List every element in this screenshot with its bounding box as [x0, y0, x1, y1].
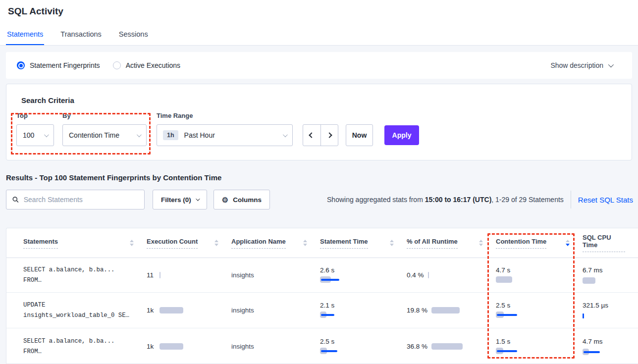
tab-transactions[interactable]: Transactions	[59, 30, 102, 45]
contention-time-bar	[496, 348, 517, 354]
statement-cell[interactable]: SELECT a.balance, b.ba... FROM…	[6, 265, 147, 286]
reset-sql-stats-link[interactable]: Reset SQL Stats	[578, 196, 633, 204]
column-header-runtime-pct[interactable]: % of All Runtime	[407, 228, 496, 258]
contention-time-cell: 1.5 s	[496, 338, 583, 356]
sort-icon-active-desc[interactable]	[566, 240, 570, 246]
apply-button[interactable]: Apply	[384, 125, 419, 145]
statement-cell[interactable]: SELECT a.balance, b.ba... FROM…	[6, 336, 147, 357]
table-row[interactable]: SELECT a.balance, b.ba... FROM… 1k insig…	[6, 328, 638, 364]
gear-icon: ⚙	[222, 196, 228, 204]
filters-button[interactable]: Filters (0)	[153, 190, 207, 209]
runtime-pct-cell: 36.8 %	[407, 342, 496, 351]
time-range-select[interactable]: 1h Past Hour	[157, 124, 293, 146]
radio-unselected-icon[interactable]	[113, 61, 121, 69]
application-name-cell: insights	[231, 343, 320, 350]
previous-time-range-button[interactable]	[303, 125, 320, 146]
statement-line1: SELECT a.balance, b.ba...	[23, 336, 147, 347]
chevron-down-icon	[283, 132, 288, 137]
now-button[interactable]: Now	[346, 124, 373, 146]
by-select[interactable]: Contention Time	[62, 124, 147, 146]
top-select-value: 100	[23, 131, 34, 139]
table-row[interactable]: SELECT a.balance, b.ba... FROM… 11 insig…	[6, 258, 638, 293]
sql-cpu-time-bar	[583, 312, 585, 319]
results-toolbar: Filters (0) ⚙ Columns Showing aggregated…	[6, 190, 633, 209]
column-header-statement-time[interactable]: Statement Time	[320, 228, 407, 258]
radio-statement-fingerprints-label: Statement Fingerprints	[30, 61, 100, 69]
statement-time-value: 2.5 s	[320, 338, 407, 345]
sort-icon[interactable]	[214, 240, 218, 246]
view-toggle-bar: Statement Fingerprints Active Executions…	[6, 52, 632, 79]
statement-time-cell: 2.6 s	[320, 266, 407, 284]
tab-statements[interactable]: Statements	[6, 30, 44, 45]
execution-count-bar	[160, 272, 160, 278]
statement-time-value: 2.1 s	[320, 302, 407, 309]
chevron-down-icon	[44, 132, 49, 137]
sql-cpu-time-value: 6.7 ms	[583, 265, 611, 275]
search-statements-input[interactable]	[24, 196, 138, 204]
column-header-label: Statement Time	[320, 238, 368, 249]
filters-button-label: Filters (0)	[161, 196, 191, 204]
time-range-label: Time Range	[157, 112, 193, 119]
stats-summary-prefix: Showing aggregated stats from	[327, 196, 425, 204]
execution-count-value: 1k	[147, 307, 154, 314]
by-select-value: Contention Time	[69, 131, 119, 139]
show-description-toggle[interactable]: Show description	[550, 61, 612, 69]
column-header-execution-count[interactable]: Execution Count	[147, 228, 231, 258]
columns-button-label: Columns	[233, 196, 262, 204]
runtime-pct-bar	[431, 307, 460, 313]
statement-line2: FROM…	[23, 347, 147, 357]
contention-time-bar	[496, 276, 512, 283]
contention-time-cell: 4.7 s	[496, 266, 583, 284]
top-select[interactable]: 100	[16, 124, 54, 146]
statement-line2: FROM…	[23, 275, 147, 286]
radio-statement-fingerprints[interactable]: Statement Fingerprints	[17, 61, 100, 69]
execution-count-cell: 1k	[147, 307, 231, 314]
stats-summary-suffix: , 1-29 of 29 Statements	[491, 196, 564, 204]
execution-count-cell: 1k	[147, 343, 231, 350]
statement-time-cell: 2.1 s	[320, 302, 407, 319]
sort-icon[interactable]	[390, 240, 394, 246]
contention-time-bar	[496, 312, 517, 318]
table-header-row: Statements Execution Count Application N…	[6, 228, 638, 258]
statement-cell[interactable]: UPDATE insights_workload_table_0 SE…	[6, 300, 147, 321]
chevron-down-icon	[137, 132, 142, 137]
toolbar-right: Showing aggregated stats from 15:00 to 1…	[327, 191, 633, 208]
statement-time-bar	[320, 312, 334, 318]
column-header-sql-cpu-time[interactable]: SQL CPU Time	[583, 228, 638, 258]
contention-time-value: 4.7 s	[496, 266, 583, 274]
chevron-down-icon	[196, 197, 200, 201]
top-label: Top	[16, 112, 28, 119]
next-time-range-button[interactable]	[320, 125, 338, 146]
column-header-label: Application Name	[231, 238, 286, 249]
column-header-application-name[interactable]: Application Name	[231, 228, 320, 258]
radio-selected-icon[interactable]	[17, 61, 25, 69]
search-statements-box[interactable]	[6, 190, 145, 209]
table-row[interactable]: UPDATE insights_workload_table_0 SE… 1k …	[6, 293, 638, 328]
application-name-cell: insights	[231, 271, 320, 279]
radio-active-executions[interactable]: Active Executions	[113, 61, 181, 69]
runtime-pct-cell: 19.8 %	[407, 306, 496, 315]
stats-summary: Showing aggregated stats from 15:00 to 1…	[327, 196, 564, 204]
columns-button[interactable]: ⚙ Columns	[213, 190, 270, 209]
sql-cpu-time-cell: 6.7 ms	[583, 265, 638, 285]
column-header-statements[interactable]: Statements	[6, 228, 147, 258]
column-header-label: Contention Time	[496, 238, 546, 249]
radio-active-executions-label: Active Executions	[126, 61, 181, 69]
statement-time-bar	[320, 276, 339, 283]
execution-count-value: 11	[147, 271, 154, 279]
tab-sessions[interactable]: Sessions	[118, 30, 149, 45]
runtime-pct-value: 19.8 %	[407, 306, 427, 315]
sort-icon[interactable]	[479, 240, 483, 246]
time-range-value: Past Hour	[184, 131, 215, 139]
sort-icon[interactable]	[130, 240, 134, 246]
search-criteria-heading: Search Criteria	[21, 96, 74, 104]
chevron-left-icon	[309, 132, 315, 138]
sql-cpu-time-value: 321.5 µs	[583, 301, 611, 310]
statement-line2: insights_workload_table_0 SE…	[23, 311, 147, 321]
runtime-pct-value: 0.4 %	[407, 270, 424, 280]
results-heading: Results - Top 100 Statement Fingerprints…	[6, 173, 632, 182]
sql-cpu-time-bar	[583, 349, 600, 355]
column-header-contention-time[interactable]: Contention Time	[496, 228, 583, 258]
search-criteria-card: Search Criteria Top 100 By Contention Ti…	[6, 84, 632, 160]
sort-icon[interactable]	[303, 240, 307, 246]
